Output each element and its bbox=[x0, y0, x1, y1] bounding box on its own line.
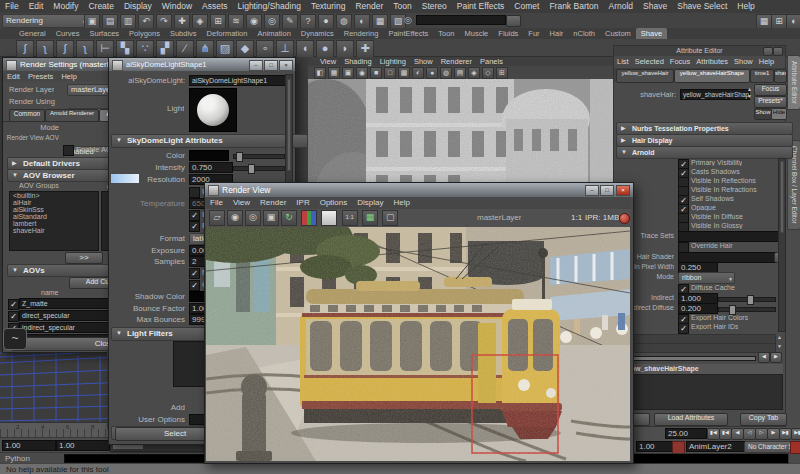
record-button[interactable] bbox=[790, 441, 800, 454]
scroll-down-icon[interactable]: ▼ bbox=[777, 343, 782, 349]
shelf-item-icon[interactable]: ◖ bbox=[296, 40, 314, 58]
menu-item[interactable]: Stereo bbox=[417, 0, 452, 13]
rv-menu-item[interactable]: File bbox=[205, 197, 228, 209]
shelf-item-icon[interactable]: ∵ bbox=[136, 40, 154, 58]
ae-tab[interactable]: yellow_shaveHair bbox=[616, 69, 674, 83]
scrollbar-thumb[interactable] bbox=[287, 79, 291, 171]
scrollbar-thumb[interactable] bbox=[780, 161, 784, 233]
menu-item[interactable]: Comet bbox=[509, 0, 544, 13]
slider-handle[interactable] bbox=[747, 295, 754, 305]
ae-menu-item[interactable]: Focus bbox=[667, 56, 693, 67]
viewport-tool-icon[interactable]: ▤ bbox=[454, 67, 466, 79]
node-name-field[interactable]: yellow_shaveHairShape bbox=[680, 89, 750, 100]
viewport-tool-icon[interactable]: ◍ bbox=[440, 67, 452, 79]
move-aov-button[interactable]: >> bbox=[65, 252, 103, 264]
notes-resize-slider[interactable] bbox=[616, 356, 756, 361]
ae-menu-item[interactable]: Selected bbox=[632, 56, 667, 67]
menu-item[interactable]: Texturing bbox=[306, 0, 351, 13]
panel-menu-item[interactable]: Show bbox=[410, 57, 437, 66]
range-end-field[interactable]: 25.00 bbox=[665, 428, 707, 439]
shelf-tab[interactable]: PaintEffects bbox=[383, 28, 433, 39]
shelf-item-icon[interactable]: ʃ bbox=[56, 40, 74, 58]
shelf-tab[interactable]: Curves bbox=[51, 28, 85, 39]
list-item[interactable]: aiSkinSss bbox=[10, 206, 98, 213]
shelf-tab[interactable]: Toon bbox=[433, 28, 459, 39]
illuminates-checkbox[interactable]: ✓ bbox=[189, 210, 200, 221]
maximize-button[interactable]: □ bbox=[600, 185, 614, 196]
shelf-tab[interactable]: Dynamics bbox=[296, 28, 339, 39]
shelf-item-icon[interactable]: ∕ bbox=[176, 40, 194, 58]
shelf-item-icon[interactable]: ▚ bbox=[116, 40, 134, 58]
shelf-tab[interactable]: Fluids bbox=[493, 28, 523, 39]
ae-tab-active[interactable]: yellow_shaveHairShape bbox=[674, 69, 750, 83]
collapsed-section-bar[interactable] bbox=[616, 343, 776, 353]
menu-set-selector[interactable]: Rendering▼ bbox=[2, 14, 89, 28]
shelf-item-icon[interactable]: ◗ bbox=[336, 40, 354, 58]
viewport-tool-icon[interactable]: ◈ bbox=[468, 67, 480, 79]
menu-item[interactable]: Shave Select bbox=[672, 0, 732, 13]
search-icon[interactable]: ◎ bbox=[404, 15, 412, 25]
shelf-item-icon[interactable]: ⊢ bbox=[96, 40, 114, 58]
light-sample-swatch[interactable] bbox=[189, 88, 237, 132]
shelf-tab[interactable]: Polygons bbox=[124, 28, 165, 39]
rv-menu-item[interactable]: Options bbox=[315, 197, 353, 209]
mode-dropdown[interactable]: ribbon▼ bbox=[678, 272, 735, 284]
emit-diffuse-checkbox[interactable]: ✓ bbox=[189, 221, 200, 232]
viewport-tool-icon[interactable]: ▣ bbox=[342, 67, 354, 79]
shelf-item-icon[interactable]: ʅ bbox=[36, 40, 54, 58]
viewport-tool-icon[interactable]: ◇ bbox=[482, 67, 494, 79]
shelf-item-icon[interactable]: ✚ bbox=[356, 40, 374, 58]
aov-row-checkbox[interactable]: ✓ bbox=[8, 311, 19, 322]
list-item[interactable]: lambert bbox=[10, 220, 98, 227]
panel-pin-button[interactable] bbox=[763, 47, 773, 56]
shelf-tab[interactable]: Subdivs bbox=[165, 28, 202, 39]
ipr-render-icon[interactable]: ↻ bbox=[281, 210, 297, 226]
indirect-slider[interactable] bbox=[718, 297, 776, 302]
menu-item[interactable]: Edit bbox=[24, 0, 49, 13]
close-button[interactable]: × bbox=[616, 185, 630, 196]
notes-right-button[interactable]: ▶ bbox=[770, 352, 782, 363]
shelf-tab[interactable]: Custom bbox=[600, 28, 636, 39]
notes-box[interactable] bbox=[616, 374, 783, 410]
shelf-item-icon[interactable]: ◆ bbox=[236, 40, 254, 58]
ae-menu-item[interactable]: Show bbox=[731, 56, 756, 67]
search-input[interactable] bbox=[416, 15, 506, 25]
minimize-button[interactable]: – bbox=[585, 185, 599, 196]
redo-render-icon[interactable]: ◎ bbox=[245, 210, 261, 226]
indirect-diffuse-slider[interactable] bbox=[718, 307, 776, 312]
render-current-icon[interactable]: ◉ bbox=[227, 210, 243, 226]
rs-menu-item[interactable]: Help bbox=[57, 71, 80, 82]
search-options-button[interactable] bbox=[506, 15, 521, 27]
menu-item[interactable]: Window bbox=[157, 0, 197, 13]
rs-menu-item[interactable]: Edit bbox=[3, 71, 24, 82]
anim-layer-field[interactable]: AnimLayer2 bbox=[686, 441, 746, 452]
aov-name-field[interactable]: indirect_specular bbox=[19, 322, 109, 333]
normalize-checkbox[interactable]: ✓ bbox=[189, 268, 200, 279]
shelf-tab[interactable]: Muscle bbox=[460, 28, 494, 39]
snap-region-icon[interactable]: ▢ bbox=[382, 210, 398, 226]
ae-menu-item[interactable]: Attributes bbox=[693, 56, 731, 67]
viewport-tool-icon[interactable]: ▩ bbox=[398, 67, 410, 79]
viewport-tool-icon[interactable]: □ bbox=[384, 67, 396, 79]
side-tab-attribute-editor[interactable]: Attribute Editor bbox=[787, 55, 800, 110]
shelf-tab[interactable]: Hair bbox=[545, 28, 569, 39]
menu-item[interactable]: File bbox=[0, 0, 24, 13]
shelf-item-icon[interactable]: ▞ bbox=[156, 40, 174, 58]
load-attributes-button[interactable]: Load Attributes bbox=[654, 413, 728, 426]
script-output-bar[interactable] bbox=[613, 453, 789, 464]
shelf-tab[interactable]: Deformation bbox=[202, 28, 253, 39]
hide-button[interactable]: Hide bbox=[771, 108, 787, 120]
viewport-tool-icon[interactable]: ■ bbox=[370, 67, 382, 79]
panel-menu-item[interactable]: View bbox=[316, 57, 340, 66]
tab-common[interactable]: Common bbox=[9, 109, 45, 122]
rv-image-area[interactable] bbox=[206, 227, 630, 461]
shelf-item-icon[interactable]: ∘ bbox=[256, 40, 274, 58]
region-render-icon[interactable]: ▦ bbox=[362, 210, 378, 226]
rv-menu-item[interactable]: Display bbox=[352, 197, 388, 209]
maximize-button[interactable]: □ bbox=[264, 60, 278, 71]
open-image-icon[interactable]: ▱ bbox=[209, 210, 225, 226]
shelf-item-icon[interactable]: ʅ bbox=[76, 40, 94, 58]
menu-item[interactable]: Shave bbox=[638, 0, 672, 13]
menu-item[interactable]: Create bbox=[83, 0, 119, 13]
intensity-slider[interactable] bbox=[233, 166, 285, 171]
